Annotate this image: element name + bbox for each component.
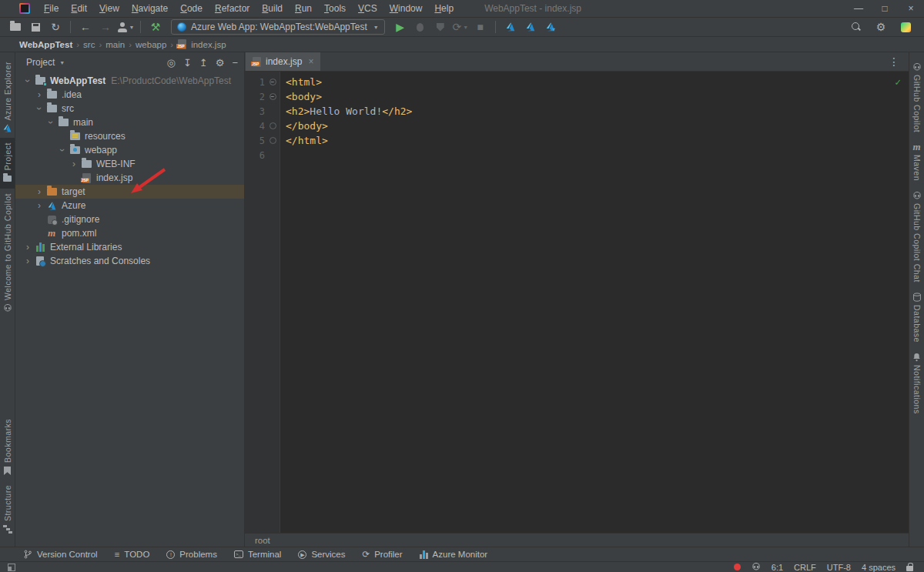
- line-separator-widget[interactable]: CRLF: [794, 563, 816, 572]
- menu-code[interactable]: Code: [174, 0, 209, 17]
- fold-marker-icon[interactable]: −: [270, 93, 276, 100]
- toolbar-tab-maven[interactable]: m Maven: [909, 137, 924, 186]
- menu-vcs[interactable]: VCS: [352, 0, 383, 17]
- toolbar-tab-azure-explorer[interactable]: Azure Explorer: [0, 57, 15, 138]
- settings-button[interactable]: ⚙: [872, 18, 890, 35]
- project-view-select[interactable]: Project: [26, 57, 55, 68]
- toolbar-tab-services[interactable]: ▶ Services: [298, 550, 345, 559]
- menu-file[interactable]: File: [38, 0, 65, 17]
- breadcrumb-root[interactable]: root: [255, 536, 270, 545]
- chevron-icon[interactable]: ›: [23, 75, 32, 87]
- azure-action-1-button[interactable]: [501, 18, 520, 35]
- code-editor[interactable]: ✓ 1 − <html> 2 − <body> 3 <h2>Hello Worl…: [245, 72, 909, 533]
- toolbar-tab-version-control[interactable]: Version Control: [23, 550, 98, 559]
- minimize-button[interactable]: —: [845, 0, 872, 17]
- fold-marker-icon[interactable]: [270, 137, 276, 144]
- coverage-button[interactable]: [431, 18, 450, 35]
- build-project-button[interactable]: ⚒: [146, 18, 165, 35]
- toolbar-tab-database[interactable]: Database: [909, 287, 924, 347]
- breadcrumb-item[interactable]: webapp: [136, 40, 166, 49]
- chevron-icon[interactable]: ›: [33, 201, 45, 210]
- breadcrumb-item[interactable]: src: [83, 40, 95, 49]
- menu-navigate[interactable]: Navigate: [126, 0, 174, 17]
- tree-item-pom-xml[interactable]: m pom.xml: [15, 226, 244, 240]
- tree-item-webapp[interactable]: › webapp: [15, 143, 244, 157]
- close-tab-icon[interactable]: ×: [308, 56, 313, 67]
- indent-widget[interactable]: 4 spaces: [862, 563, 896, 572]
- toolbar-tab-project[interactable]: Project: [0, 138, 15, 188]
- azure-action-2-button[interactable]: [521, 18, 540, 35]
- toolbar-tab-copilot-chat[interactable]: GitHub Copilot Chat: [909, 186, 924, 287]
- select-opened-file-button[interactable]: ◎: [167, 57, 176, 69]
- open-folder-button[interactable]: [6, 18, 25, 35]
- close-button[interactable]: ×: [898, 0, 924, 17]
- toolbar-tab-todo[interactable]: ≡ TODO: [115, 550, 150, 559]
- menu-build[interactable]: Build: [256, 0, 289, 17]
- breadcrumb-item[interactable]: index.jsp: [191, 40, 226, 49]
- breadcrumb-item[interactable]: WebAppTest: [19, 40, 72, 49]
- tree-item-scratches[interactable]: › Scratches and Consoles: [15, 254, 244, 268]
- tree-item-webapptest[interactable]: › WebAppTest E:\ProductCode\WebAppTest: [15, 74, 244, 88]
- tool-window-switcher-icon[interactable]: [8, 564, 15, 571]
- plugin-promo-button[interactable]: [896, 18, 915, 35]
- tree-item-resources[interactable]: resources: [15, 129, 244, 143]
- sync-button[interactable]: ↻: [46, 18, 65, 35]
- panel-settings-button[interactable]: ⚙: [216, 57, 225, 69]
- expand-all-button[interactable]: ↧: [183, 57, 192, 69]
- menu-edit[interactable]: Edit: [65, 0, 93, 17]
- tree-item-gitignore[interactable]: .gitignore: [15, 212, 244, 226]
- chevron-icon[interactable]: ›: [33, 90, 45, 99]
- tree-item-azure[interactable]: › Azure: [15, 199, 244, 212]
- azure-action-3-button[interactable]: [541, 18, 560, 35]
- collapse-all-button[interactable]: ↥: [199, 57, 208, 69]
- tree-item-external-libraries[interactable]: › External Libraries: [15, 240, 244, 254]
- tree-item-main[interactable]: › main: [15, 115, 244, 129]
- menu-help[interactable]: Help: [428, 0, 460, 17]
- tree-item-idea[interactable]: › .idea: [15, 88, 244, 102]
- chevron-icon[interactable]: ›: [22, 256, 34, 266]
- fold-marker-icon[interactable]: −: [270, 79, 276, 85]
- toolbar-tab-notifications[interactable]: Notifications: [909, 347, 924, 419]
- menu-tools[interactable]: Tools: [318, 0, 352, 17]
- fold-marker-icon[interactable]: [270, 122, 276, 129]
- profiler-button[interactable]: ⟳▼: [451, 18, 470, 35]
- chevron-icon[interactable]: ›: [33, 187, 45, 196]
- notification-dot-icon[interactable]: [734, 564, 741, 570]
- encoding-widget[interactable]: UTF-8: [827, 563, 851, 572]
- debug-button[interactable]: [411, 18, 430, 35]
- save-all-button[interactable]: [26, 18, 45, 35]
- run-button[interactable]: ▶: [391, 18, 410, 35]
- maximize-button[interactable]: □: [872, 0, 898, 17]
- tab-index-jsp[interactable]: index.jsp ×: [246, 52, 320, 71]
- toolbar-tab-github-copilot[interactable]: GitHub Copilot: [909, 57, 924, 137]
- toolbar-tab-profiler[interactable]: ⟳ Profiler: [363, 549, 403, 560]
- toolbar-tab-bookmarks[interactable]: Bookmarks: [0, 414, 15, 480]
- stop-button[interactable]: ■: [471, 18, 490, 35]
- run-configuration-select[interactable]: Azure Web App: WebAppTest:WebAppTest ▼: [171, 19, 385, 35]
- chevron-icon[interactable]: ›: [68, 159, 80, 169]
- hide-panel-button[interactable]: −: [232, 57, 238, 69]
- toolbar-tab-structure[interactable]: Structure: [0, 480, 15, 539]
- chevron-icon[interactable]: ›: [46, 116, 55, 129]
- toolbar-tab-welcome-copilot[interactable]: Welcome to GitHub Copilot: [0, 189, 15, 318]
- profile-button[interactable]: ▼: [116, 18, 135, 35]
- chevron-icon[interactable]: ›: [35, 102, 44, 115]
- menu-run[interactable]: Run: [289, 0, 318, 17]
- breadcrumb-item[interactable]: main: [105, 40, 125, 49]
- menu-refactor[interactable]: Refactor: [209, 0, 256, 17]
- copilot-status-button[interactable]: [752, 562, 761, 572]
- tree-item-src[interactable]: › src: [15, 102, 244, 115]
- chevron-icon[interactable]: ›: [22, 243, 34, 252]
- menu-window[interactable]: Window: [383, 0, 429, 17]
- menu-view[interactable]: View: [93, 0, 126, 17]
- search-everywhere-button[interactable]: [847, 18, 865, 35]
- back-button[interactable]: ←: [76, 18, 95, 35]
- lock-icon[interactable]: [906, 566, 913, 571]
- toolbar-tab-terminal[interactable]: >_ Terminal: [234, 550, 281, 559]
- toolbar-tab-azure-monitor[interactable]: Azure Monitor: [420, 550, 488, 559]
- chevron-icon[interactable]: ›: [58, 144, 67, 156]
- forward-button[interactable]: →: [96, 18, 115, 35]
- caret-position-widget[interactable]: 6:1: [772, 563, 783, 572]
- editor-options-button[interactable]: ⋮: [889, 52, 909, 71]
- toolbar-tab-problems[interactable]: ! Problems: [166, 550, 217, 559]
